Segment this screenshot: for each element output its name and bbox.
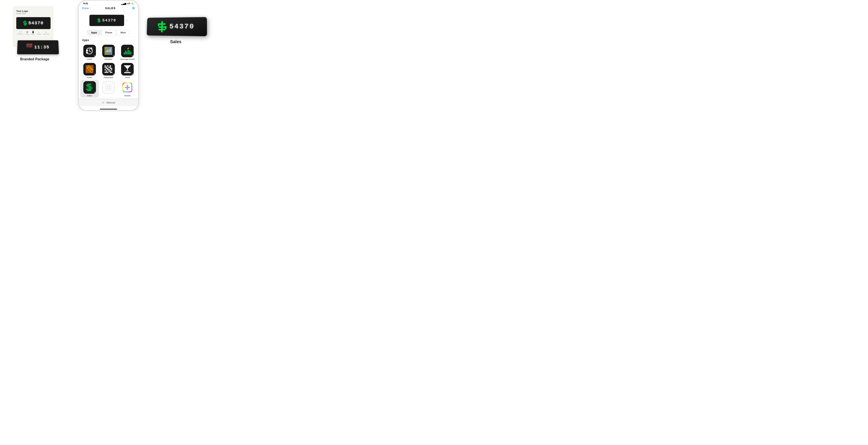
chevron-right-icon[interactable]: › xyxy=(126,19,127,22)
app-item-message-board[interactable]: ⚙ Message Board xyxy=(118,43,137,61)
manual-bar[interactable]: ☞ Manual xyxy=(79,99,138,106)
svg-rect-67 xyxy=(111,52,112,53)
svg-rect-48 xyxy=(110,49,111,50)
sales-device: 54370 xyxy=(147,17,207,36)
svg-rect-106 xyxy=(92,69,93,70)
svg-rect-152 xyxy=(107,72,108,73)
svg-rect-41 xyxy=(108,47,110,48)
middle-section: 9:41 ▂▄▆ wifi 🔋 Done SALES ⚙ xyxy=(72,0,145,111)
app-item-sales[interactable]: ⚙ Sales xyxy=(80,80,99,98)
svg-rect-149 xyxy=(111,70,112,72)
tab-apps[interactable]: Apps xyxy=(87,30,101,35)
svg-rect-46 xyxy=(107,49,108,50)
svg-rect-101 xyxy=(86,69,87,70)
svg-rect-191 xyxy=(88,90,89,91)
svg-rect-118 xyxy=(92,72,93,73)
svg-rect-47 xyxy=(108,49,110,50)
preview-dollar-icon xyxy=(97,18,101,23)
dollar-icon xyxy=(23,21,27,26)
timer-label: Timer xyxy=(125,76,130,78)
radio-icon-svg xyxy=(85,64,94,74)
svg-rect-30 xyxy=(91,50,92,52)
svg-rect-45 xyxy=(106,49,107,50)
sales-app-icon: ⚙ xyxy=(83,81,96,94)
tab-phone[interactable]: Phone xyxy=(101,30,116,35)
bottom-device-pixel-art xyxy=(27,43,33,51)
done-button[interactable]: Done xyxy=(82,6,89,10)
svg-rect-200 xyxy=(107,87,110,88)
app-item-market[interactable]: Market xyxy=(118,80,137,98)
svg-rect-124 xyxy=(110,65,111,66)
stopwatch-gear: ⚙ xyxy=(113,73,114,75)
svg-rect-130 xyxy=(110,67,111,68)
svg-rect-105 xyxy=(91,69,92,70)
bottom-device-number: 11:35 xyxy=(34,45,50,50)
app-item-stopwatch[interactable]: ⚙ Stopwatch xyxy=(99,62,118,80)
svg-rect-174 xyxy=(91,85,92,86)
svg-rect-120 xyxy=(104,65,106,66)
svg-rect-176 xyxy=(88,86,89,87)
svg-rect-76 xyxy=(125,51,126,55)
svg-rect-211 xyxy=(159,26,165,28)
svg-rect-44 xyxy=(104,49,106,50)
svg-rect-113 xyxy=(86,72,87,73)
svg-rect-134 xyxy=(107,68,108,69)
settings-icon[interactable]: ⚙ xyxy=(132,6,135,10)
svg-rect-90 xyxy=(87,67,88,68)
svg-rect-83 xyxy=(86,65,87,66)
svg-rect-129 xyxy=(108,67,110,68)
phone-shell: 9:41 ▂▄▆ wifi 🔋 Done SALES ⚙ xyxy=(78,0,139,111)
weather-label: Weather xyxy=(104,58,113,60)
svg-rect-61 xyxy=(111,51,112,52)
box-phone-icon: 📱 xyxy=(32,31,34,33)
svg-rect-193 xyxy=(90,90,91,91)
app-item-clock[interactable]: ⚙ Clock xyxy=(80,43,99,61)
svg-rect-170 xyxy=(86,85,87,86)
svg-rect-21 xyxy=(98,21,100,22)
svg-rect-65 xyxy=(108,52,110,53)
stopwatch-icon-svg xyxy=(104,64,113,74)
svg-rect-112 xyxy=(92,70,93,72)
radio-gear: ⚙ xyxy=(94,73,95,75)
app-item-radio[interactable]: ⚙ Radio xyxy=(80,62,99,80)
tab-more[interactable]: More xyxy=(116,30,130,35)
package-box: Your Logo Smart Clock 54370 🕐 xyxy=(11,6,59,54)
svg-rect-181 xyxy=(88,88,89,89)
market-label: Market xyxy=(124,94,131,97)
message-board-gear: ⚙ xyxy=(131,55,133,57)
svg-rect-146 xyxy=(107,70,108,72)
svg-rect-203 xyxy=(107,89,110,91)
clock-icon-svg xyxy=(85,46,94,56)
app-item-timer[interactable]: ⚙ Timer xyxy=(118,62,137,80)
svg-rect-199 xyxy=(105,87,107,88)
svg-rect-91 xyxy=(88,67,89,68)
svg-rect-109 xyxy=(88,70,89,72)
svg-rect-138 xyxy=(104,69,106,70)
svg-rect-52 xyxy=(107,50,108,51)
svg-rect-177 xyxy=(89,86,90,87)
left-section: Your Logo Smart Clock 54370 🕐 xyxy=(4,6,65,61)
svg-rect-55 xyxy=(111,50,112,51)
svg-rect-87 xyxy=(91,65,92,66)
phone-header: Done SALES ⚙ xyxy=(79,6,138,12)
svg-rect-42 xyxy=(110,47,111,48)
svg-rect-84 xyxy=(87,65,88,66)
svg-rect-184 xyxy=(91,88,92,89)
status-icons: ▂▄▆ wifi 🔋 xyxy=(121,2,134,5)
box-nav-layouts: ⊞ Layouts xyxy=(25,31,29,35)
apps-grid: ⚙ Clock xyxy=(79,42,138,98)
svg-rect-20 xyxy=(98,20,100,21)
svg-rect-122 xyxy=(107,65,108,66)
svg-rect-186 xyxy=(88,89,89,90)
svg-rect-208 xyxy=(125,87,130,88)
svg-rect-110 xyxy=(90,70,91,72)
svg-rect-167 xyxy=(89,84,90,85)
svg-rect-111 xyxy=(91,70,92,72)
box-logo: Your Logo xyxy=(16,10,28,12)
app-item-weather[interactable]: ⚙ Weather xyxy=(99,43,118,61)
svg-rect-40 xyxy=(107,47,108,48)
svg-point-162 xyxy=(127,70,127,71)
preview-number: 54370 xyxy=(102,18,116,23)
svg-rect-39 xyxy=(106,47,107,48)
sales-gear: ⚙ xyxy=(94,91,95,93)
